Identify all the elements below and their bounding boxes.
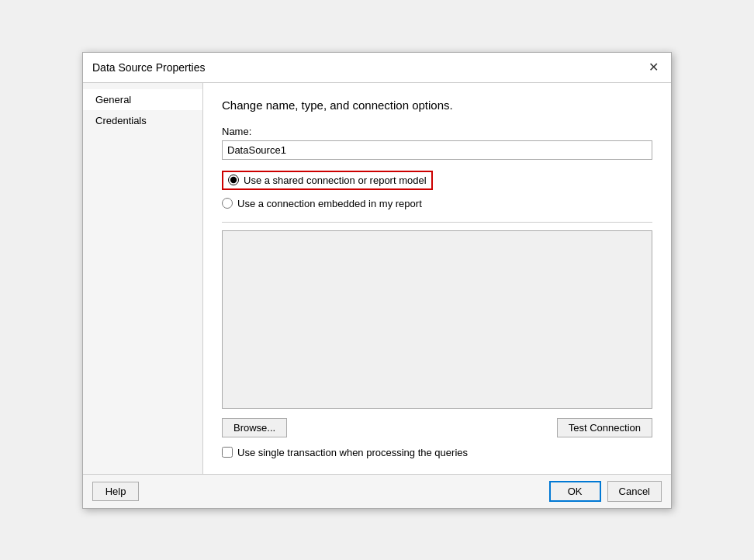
- browse-button[interactable]: Browse...: [222, 418, 287, 437]
- test-connection-button[interactable]: Test Connection: [557, 418, 652, 437]
- divider: [222, 222, 652, 223]
- close-button[interactable]: ✕: [645, 59, 662, 76]
- section-title: Change name, type, and connection option…: [222, 99, 652, 112]
- name-label: Name:: [222, 126, 652, 137]
- dialog: Data Source Properties ✕ General Credent…: [82, 52, 672, 509]
- radio-shared-connection[interactable]: Use a shared connection or report model: [222, 171, 433, 190]
- radio-embedded-connection-label: Use a connection embedded in my report: [237, 198, 422, 209]
- radio-group: Use a shared connection or report model …: [222, 171, 652, 214]
- help-button[interactable]: Help: [92, 482, 139, 501]
- connection-box: [222, 230, 652, 409]
- radio-shared-connection-label: Use a shared connection or report model: [244, 175, 427, 186]
- radio-shared-connection-input[interactable]: [228, 175, 239, 185]
- single-transaction-checkbox[interactable]: [222, 447, 233, 458]
- sidebar: General Credentials: [83, 83, 203, 474]
- radio-embedded-connection-input[interactable]: [222, 198, 233, 209]
- footer-right: OK Cancel: [549, 481, 662, 502]
- ok-button[interactable]: OK: [549, 481, 601, 502]
- main-content: Change name, type, and connection option…: [203, 83, 671, 474]
- name-input[interactable]: [222, 140, 652, 160]
- dialog-body: General Credentials Change name, type, a…: [83, 83, 671, 474]
- radio-embedded-connection[interactable]: Use a connection embedded in my report: [222, 198, 422, 209]
- dialog-title: Data Source Properties: [92, 61, 206, 74]
- sidebar-item-credentials[interactable]: Credentials: [83, 110, 202, 131]
- title-bar: Data Source Properties ✕: [83, 53, 671, 83]
- cancel-button[interactable]: Cancel: [607, 481, 662, 502]
- single-transaction-label: Use single transaction when processing t…: [237, 447, 468, 458]
- footer: Help OK Cancel: [83, 474, 671, 508]
- sidebar-item-general[interactable]: General: [83, 89, 202, 110]
- browse-row: Browse... Test Connection: [222, 418, 652, 437]
- checkbox-row: Use single transaction when processing t…: [222, 447, 652, 458]
